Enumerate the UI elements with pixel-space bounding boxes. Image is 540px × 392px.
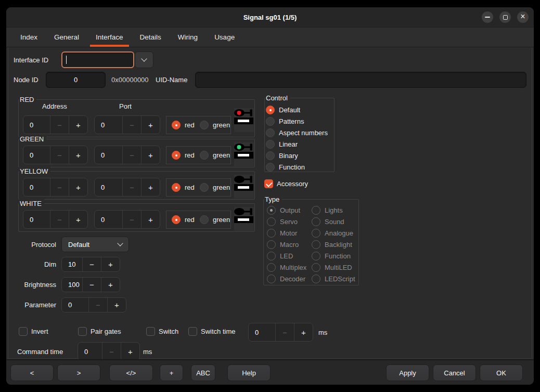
increment-button[interactable]: + bbox=[69, 211, 87, 228]
close-button[interactable]: × bbox=[517, 11, 529, 23]
radio-icon bbox=[312, 229, 320, 238]
switch-time-value[interactable]: 0 bbox=[249, 323, 275, 341]
radio-label: Servo bbox=[280, 218, 298, 226]
command-time-spinner: 0 − + bbox=[78, 342, 140, 359]
increment-button[interactable]: + bbox=[141, 146, 160, 164]
decrement-button[interactable]: − bbox=[82, 278, 101, 292]
brightness-spinner: 100 − + bbox=[61, 277, 120, 292]
type-multiled-radio: MultiLED bbox=[312, 263, 352, 272]
green-gate-red-radio[interactable]: red bbox=[172, 151, 195, 160]
increment-button[interactable]: + bbox=[141, 116, 160, 134]
uid-name-input[interactable] bbox=[195, 72, 526, 88]
protocol-dropdown[interactable]: Default bbox=[61, 237, 129, 252]
switch-checkbox[interactable]: Switch bbox=[146, 327, 178, 336]
green-signal-icon bbox=[234, 142, 254, 166]
next-object-button[interactable]: > bbox=[57, 364, 100, 381]
help-button[interactable]: Help bbox=[227, 364, 271, 381]
type-multiplex-radio: Multiplex bbox=[267, 263, 306, 272]
red-group-label: RED bbox=[19, 95, 36, 104]
increment-button[interactable]: + bbox=[107, 298, 126, 312]
xml-button[interactable]: </> bbox=[109, 364, 153, 381]
interface-id-input[interactable] bbox=[61, 51, 134, 68]
chevron-down-icon bbox=[141, 56, 147, 61]
radio-label: Function bbox=[325, 252, 351, 260]
increment-button[interactable]: + bbox=[69, 116, 87, 134]
checkbox-icon bbox=[19, 327, 28, 336]
red-port-value[interactable]: 0 bbox=[95, 116, 122, 134]
parameter-value[interactable]: 0 bbox=[62, 298, 88, 312]
tab-general[interactable]: General bbox=[48, 28, 85, 47]
decrement-button: − bbox=[50, 178, 69, 196]
accessory-checkbox[interactable]: Accessory bbox=[264, 179, 308, 188]
tab-wiring[interactable]: Wiring bbox=[172, 28, 203, 47]
increment-button[interactable]: + bbox=[101, 278, 120, 292]
radio-icon bbox=[200, 151, 209, 160]
dim-value[interactable]: 10 bbox=[62, 257, 82, 271]
control-default-radio[interactable]: Default bbox=[266, 106, 300, 114]
cancel-button[interactable]: Cancel bbox=[433, 364, 476, 381]
checkbox-label: Accessory bbox=[277, 180, 308, 188]
increment-button[interactable]: + bbox=[121, 343, 139, 359]
switch-time-checkbox[interactable]: Switch time bbox=[188, 327, 235, 336]
control-function-radio[interactable]: Function bbox=[266, 163, 305, 172]
control-binary-radio[interactable]: Binary bbox=[266, 151, 298, 160]
abc-button[interactable]: ABC bbox=[191, 364, 215, 381]
radio-icon bbox=[267, 206, 276, 215]
red-address-value[interactable]: 0 bbox=[23, 116, 50, 134]
red-gate-green-radio[interactable]: green bbox=[200, 121, 230, 129]
command-time-value[interactable]: 0 bbox=[78, 343, 102, 359]
invert-checkbox[interactable]: Invert bbox=[19, 327, 48, 336]
increment-button[interactable]: + bbox=[69, 178, 87, 196]
yellow-gate-green-radio[interactable]: green bbox=[200, 183, 230, 192]
green-gate-panel: red green bbox=[166, 146, 231, 164]
decrement-button[interactable]: − bbox=[82, 257, 101, 271]
white-signal-icon bbox=[234, 207, 254, 231]
increment-button[interactable]: + bbox=[141, 178, 160, 196]
parameter-spinner: 0 − + bbox=[61, 297, 126, 312]
dim-label: Dim bbox=[10, 257, 56, 272]
ok-button[interactable]: OK bbox=[480, 364, 523, 381]
control-linear-radio[interactable]: Linear bbox=[266, 140, 298, 149]
increment-button[interactable]: + bbox=[141, 211, 160, 228]
white-aspect-group: WHITE 0 − + 0 − + red green bbox=[18, 203, 255, 232]
titlebar[interactable]: Signal sg01 (1/5) × bbox=[6, 7, 534, 27]
radio-icon bbox=[266, 128, 275, 137]
increment-button[interactable]: + bbox=[294, 323, 313, 341]
control-patterns-radio[interactable]: Patterns bbox=[266, 117, 304, 126]
green-address-value[interactable]: 0 bbox=[23, 146, 50, 164]
tab-usage[interactable]: Usage bbox=[209, 28, 240, 47]
white-gate-green-radio[interactable]: green bbox=[200, 215, 230, 224]
white-address-value[interactable]: 0 bbox=[23, 211, 50, 228]
decrement-button: − bbox=[50, 211, 69, 228]
address-column-header: Address bbox=[42, 102, 67, 111]
checkbox-label: Switch time bbox=[201, 328, 235, 335]
increment-button[interactable]: + bbox=[69, 146, 87, 164]
yellow-port-value[interactable]: 0 bbox=[95, 178, 122, 196]
tab-details[interactable]: Details bbox=[134, 28, 167, 47]
minimize-button[interactable] bbox=[482, 11, 493, 23]
radio-icon bbox=[267, 252, 276, 260]
node-id-input[interactable]: 0 bbox=[46, 72, 106, 88]
previous-object-button[interactable]: < bbox=[10, 364, 54, 381]
brightness-value[interactable]: 100 bbox=[62, 278, 82, 292]
apply-button[interactable]: Apply bbox=[386, 364, 429, 381]
interface-id-dropdown-button[interactable] bbox=[135, 51, 153, 68]
white-port-value[interactable]: 0 bbox=[95, 211, 122, 228]
green-aspect-group: GREEN 0 − + 0 − + red green bbox=[18, 139, 255, 167]
yellow-address-value[interactable]: 0 bbox=[23, 178, 50, 196]
radio-label: Decoder bbox=[280, 275, 305, 283]
yellow-gate-red-radio[interactable]: red bbox=[172, 183, 195, 192]
control-aspect-numbers-radio[interactable]: Aspect numbers bbox=[266, 128, 328, 137]
tab-interface[interactable]: Interface bbox=[90, 28, 129, 47]
increment-button[interactable]: + bbox=[101, 257, 120, 271]
radio-label: Multiplex bbox=[280, 264, 306, 271]
add-button[interactable]: + bbox=[160, 364, 183, 381]
green-port-value[interactable]: 0 bbox=[95, 146, 122, 164]
tab-index[interactable]: Index bbox=[15, 28, 43, 47]
pair-gates-checkbox[interactable]: Pair gates bbox=[78, 327, 121, 336]
tab-bar: Index General Interface Details Wiring U… bbox=[6, 27, 534, 47]
red-gate-red-radio[interactable]: red bbox=[172, 121, 195, 129]
maximize-button[interactable] bbox=[499, 11, 511, 23]
white-gate-red-radio[interactable]: red bbox=[172, 215, 195, 224]
green-gate-green-radio[interactable]: green bbox=[200, 151, 230, 160]
